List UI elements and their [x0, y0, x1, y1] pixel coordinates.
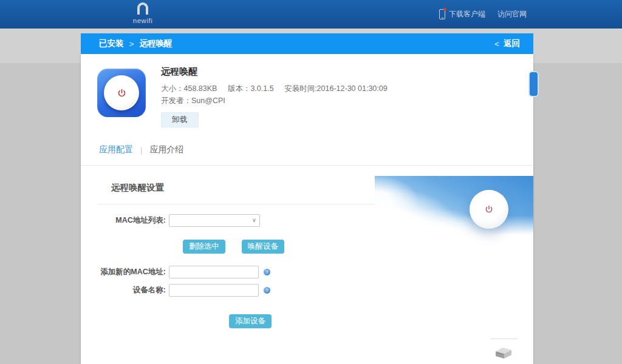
mac-list-row: MAC地址列表: ∨ — [99, 214, 260, 227]
add-device-button[interactable]: 添加设备 — [229, 314, 272, 328]
mac-address-select[interactable] — [169, 214, 260, 227]
tab-app-intro[interactable]: 应用介绍 — [149, 144, 183, 155]
newifi-logo: newifi — [123, 2, 162, 24]
app-developer: 开发者：Sun@CPI — [161, 96, 225, 106]
breadcrumb-current: 远程唤醒 — [139, 38, 172, 49]
app-icon-power-disc — [104, 75, 139, 110]
tab-app-config[interactable]: 应用配置 — [99, 144, 133, 155]
footer-divider — [490, 339, 518, 339]
newifi-logo-text: newifi — [123, 17, 162, 24]
delete-selected-button[interactable]: 删除选中 — [183, 240, 225, 254]
phone-icon — [439, 9, 445, 19]
mac-actions-row: 删除选中 唤醒设备 — [183, 240, 284, 254]
app-title: 远程唤醒 — [161, 66, 197, 78]
app-size: 大小：458.83KB — [161, 84, 217, 93]
breadcrumb-bar: 已安装 > 远程唤醒 < 返回 — [81, 33, 533, 54]
promo-cloud-image — [375, 176, 533, 236]
router-device-image — [470, 190, 508, 229]
breadcrumb: 已安装 > 远程唤醒 — [99, 38, 172, 49]
mac-list-label: MAC地址列表: — [99, 215, 169, 226]
app-meta-line: 大小：458.83KB 版本：3.0.1.5 安装时间:2016-12-30 0… — [161, 84, 396, 94]
side-handle-tab[interactable] — [530, 72, 538, 96]
device-name-label: 设备名称: — [99, 285, 169, 295]
breadcrumb-installed[interactable]: 已安装 — [99, 38, 124, 49]
new-mac-row: 添加新的MAC地址: ? — [99, 266, 270, 278]
tab-separator: | — [140, 146, 142, 155]
device-name-row: 设备名称: ? — [99, 284, 270, 297]
app-icon — [97, 69, 146, 117]
navbar-links: 下载客户端 访问官网 — [439, 0, 527, 29]
help-icon[interactable]: ? — [264, 269, 270, 275]
section-underline — [97, 204, 375, 204]
tab-bar: 应用配置 | 应用介绍 — [99, 144, 183, 155]
section-title: 远程唤醒设置 — [111, 182, 164, 194]
tabs-divider — [81, 165, 533, 166]
back-button[interactable]: < 返回 — [494, 38, 520, 49]
power-icon — [117, 89, 126, 98]
back-arrow-icon: < — [494, 39, 499, 49]
visit-site-label: 访问官网 — [497, 9, 527, 19]
wake-device-button[interactable]: 唤醒设备 — [242, 240, 284, 254]
new-mac-input[interactable] — [169, 266, 259, 278]
newifi-logo-mark-icon — [137, 2, 148, 15]
app-install-time: 安装时间:2016-12-30 01:30:09 — [284, 84, 388, 93]
mac-list-select-wrap: ∨ — [169, 214, 260, 227]
app-detail-card: 远程唤醒 大小：458.83KB 版本：3.0.1.5 安装时间:2016-12… — [81, 54, 533, 364]
power-icon — [485, 205, 493, 214]
top-navbar: newifi 下载客户端 访问官网 — [0, 0, 622, 29]
download-client-label: 下载客户端 — [449, 9, 485, 19]
back-label: 返回 — [504, 38, 520, 49]
visit-site-link[interactable]: 访问官网 — [497, 9, 527, 19]
help-icon[interactable]: ? — [264, 287, 270, 294]
download-client-link[interactable]: 下载客户端 — [439, 9, 485, 19]
breadcrumb-separator: > — [129, 39, 134, 49]
storage-device-icon[interactable] — [493, 345, 514, 361]
device-name-input[interactable] — [169, 284, 259, 297]
new-mac-label: 添加新的MAC地址: — [99, 267, 169, 277]
uninstall-button[interactable]: 卸载 — [161, 112, 199, 127]
app-version: 版本：3.0.1.5 — [228, 84, 274, 93]
